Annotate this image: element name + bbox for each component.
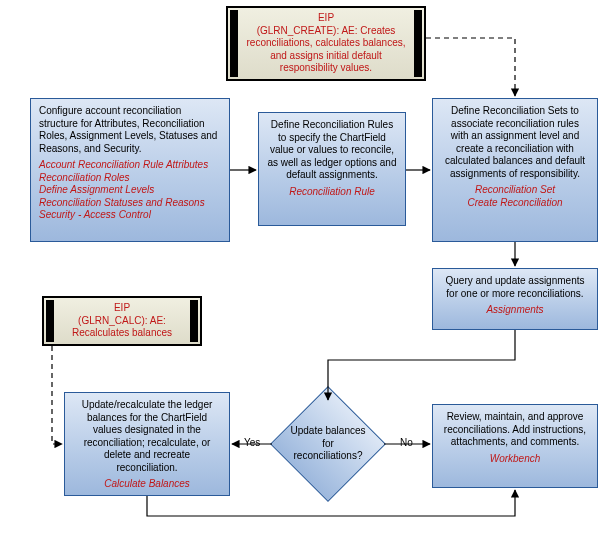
label-no: No [400, 437, 413, 448]
box-configure-desc: Configure account reconciliation structu… [39, 105, 221, 155]
box-assignments-keys: Assignments [441, 304, 589, 317]
eip-create-title: EIP [242, 12, 410, 25]
box-rules: Define Reconciliation Rules to specify t… [258, 112, 406, 226]
eip-create: EIP (GLRN_CREATE): AE: Creates reconcili… [226, 6, 426, 81]
box-update-calc: Update/recalculate the ledger balances f… [64, 392, 230, 496]
box-update-calc-desc: Update/recalculate the ledger balances f… [73, 399, 221, 474]
box-rules-keys: Reconciliation Rule [267, 186, 397, 199]
box-workbench-desc: Review, maintain, and approve reconcilia… [441, 411, 589, 449]
box-workbench: Review, maintain, and approve reconcilia… [432, 404, 598, 488]
label-yes: Yes [244, 437, 260, 448]
eip-calc: EIP (GLRN_CALC): AE: Recalculates balanc… [42, 296, 202, 346]
box-sets: Define Reconciliation Sets to associate … [432, 98, 598, 242]
box-rules-desc: Define Reconciliation Rules to specify t… [267, 119, 397, 182]
eip-create-body: (GLRN_CREATE): AE: Creates reconciliatio… [242, 25, 410, 75]
box-sets-keys: Reconciliation Set Create Reconciliation [441, 184, 589, 209]
box-workbench-keys: Workbench [441, 453, 589, 466]
decision-text: Update balances for reconciliations? [270, 386, 386, 502]
decision-update-balances: Update balances for reconciliations? [270, 386, 386, 502]
box-configure: Configure account reconciliation structu… [30, 98, 230, 242]
box-assignments: Query and update assignments for one or … [432, 268, 598, 330]
box-update-calc-keys: Calculate Balances [73, 478, 221, 491]
box-assignments-desc: Query and update assignments for one or … [441, 275, 589, 300]
box-configure-keys: Account Reconciliation Rule Attributes R… [39, 159, 221, 222]
eip-calc-title: EIP [58, 302, 186, 315]
eip-calc-body: (GLRN_CALC): AE: Recalculates balances [58, 315, 186, 340]
box-sets-desc: Define Reconciliation Sets to associate … [441, 105, 589, 180]
